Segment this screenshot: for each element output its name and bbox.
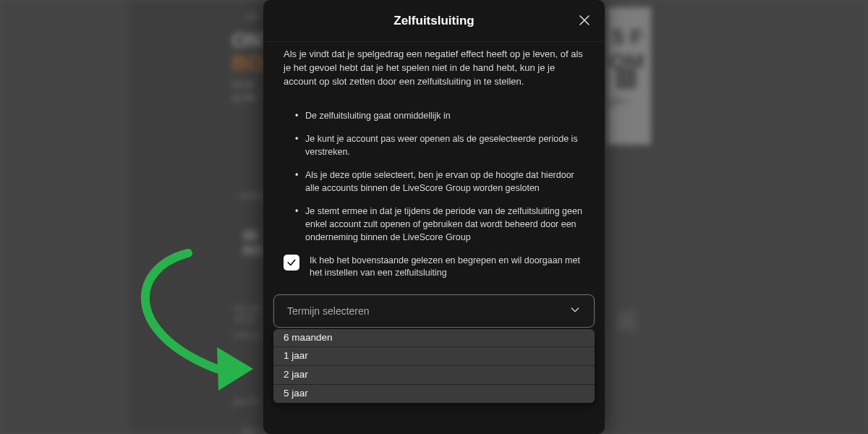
bullet-item: Je kunt je account pas weer openen als d… — [295, 132, 584, 158]
close-icon — [578, 14, 591, 27]
consent-checkbox[interactable] — [284, 255, 299, 271]
intro-text: Als je vindt dat je spelgedrag een negat… — [284, 48, 584, 89]
term-option[interactable]: 6 maanden — [273, 329, 595, 348]
checkmark-icon — [286, 258, 297, 268]
bullet-item: Je stemt ermee in dat je tijdens de peri… — [295, 205, 584, 244]
bg-t4: jke Int — [234, 396, 258, 407]
modal-body: Als je vindt dat je spelgedrag een negat… — [263, 42, 605, 280]
consent-text: Ik heb het bovenstaande gelezen en begre… — [310, 255, 584, 280]
bg-carousel-next-2: › — [616, 311, 637, 331]
modal-header: Zelfuitsluiting — [263, 0, 605, 42]
bg-carousel-next-1: › — [616, 69, 637, 89]
self-exclusion-modal: Zelfuitsluiting Als je vindt dat je spel… — [263, 0, 605, 434]
bg-r1: 5 F — [612, 25, 643, 49]
term-select-wrap: Termijn selecteren 6 maanden 1 jaar 2 ja… — [263, 294, 605, 328]
bg-t1: cks wir — [234, 304, 261, 314]
bg-card: IM RO — [243, 229, 263, 259]
bg-t2: rie Irv — [234, 314, 256, 324]
term-select-placeholder: Termijn selecteren — [287, 305, 370, 317]
term-select[interactable]: Termijn selecteren — [273, 294, 595, 328]
bg-r3: ght v — [609, 95, 629, 106]
consent-row: Ik heb het bovenstaande gelezen en begre… — [284, 255, 584, 280]
modal-title: Zelfuitsluiting — [393, 14, 474, 28]
bullet-item: Als je deze optie selecteert, ben je erv… — [295, 169, 584, 195]
bg-nav: LIV — [246, 12, 259, 22]
bg-p1: Als je — [231, 80, 252, 90]
term-option[interactable]: 2 jaar — [273, 366, 595, 385]
bullet-item: De zelfuitsluiting gaat onmiddellijk in — [295, 109, 584, 122]
term-option[interactable]: 1 jaar — [273, 347, 595, 366]
chevron-down-icon — [569, 304, 581, 318]
term-option[interactable]: 5 jaar — [273, 385, 595, 403]
bg-h1b: BO — [231, 51, 264, 75]
term-dropdown: 6 maanden 1 jaar 2 jaar 5 jaar — [273, 329, 595, 404]
bg-t3: icks vs — [234, 330, 260, 340]
bullet-list: De zelfuitsluiting gaat onmiddellijk in … — [284, 109, 584, 244]
close-button[interactable] — [574, 10, 595, 30]
bg-p2: op Me — [231, 93, 255, 103]
bg-t5: Sta — [242, 425, 255, 434]
bg-tag: casino — [239, 190, 264, 200]
